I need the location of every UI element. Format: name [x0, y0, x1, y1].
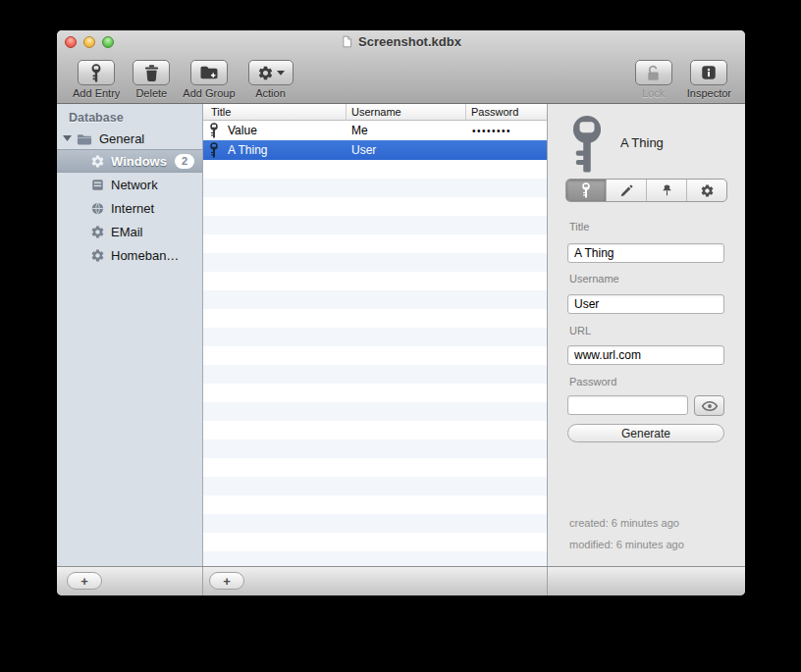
gear-icon	[700, 183, 715, 198]
add-group-button[interactable]: Add Group	[183, 60, 235, 99]
titlebar: Screenshot.kdbx	[57, 30, 745, 53]
action-button[interactable]: Action	[248, 60, 294, 99]
open-lock-icon	[644, 64, 663, 82]
title-field-label: Title	[569, 221, 589, 233]
add-entry-label: Add Entry	[73, 87, 120, 99]
content-area: Database General Windows 2 Network Inter…	[57, 104, 745, 566]
sidebar-section-header: Database	[69, 111, 202, 125]
created-timestamp: created: 6 minutes ago	[569, 517, 679, 529]
entry-title-text: Value	[228, 124, 257, 137]
document-icon	[341, 34, 353, 49]
inspector-button[interactable]: Inspector	[687, 60, 731, 99]
delete-label: Delete	[135, 87, 167, 99]
bottom-bar-divider	[547, 567, 548, 595]
add-entry-button[interactable]: Add Entry	[73, 60, 120, 99]
pin-icon	[660, 183, 674, 198]
empty-rows-area	[203, 160, 547, 566]
password-field-label: Password	[569, 376, 616, 388]
sidebar: Database General Windows 2 Network Inter…	[57, 104, 203, 566]
column-header-username[interactable]: Username	[347, 104, 466, 120]
sidebar-item-label: Network	[111, 178, 158, 192]
toolbar-right-group: Lock Inspector	[635, 60, 731, 99]
table-row-selected[interactable]: A Thing User	[203, 140, 547, 160]
column-header-title[interactable]: Title	[203, 104, 347, 120]
title-field[interactable]	[567, 243, 724, 263]
generate-password-button[interactable]: Generate	[567, 424, 724, 442]
folder-plus-icon	[199, 63, 219, 82]
tab-notes[interactable]	[607, 180, 647, 201]
trash-icon	[142, 64, 161, 82]
sidebar-item-label: Windows	[111, 154, 167, 169]
server-icon	[90, 178, 105, 192]
folder-icon	[76, 131, 93, 146]
gear-icon	[90, 248, 105, 263]
gear-icon	[90, 225, 105, 239]
tab-general[interactable]	[566, 180, 607, 201]
title-cell: Value	[203, 121, 347, 140]
sidebar-item-label: EMail	[111, 225, 143, 239]
sidebar-item-label: Internet	[111, 201, 154, 216]
eye-icon	[701, 397, 719, 415]
key-icon	[209, 123, 219, 138]
chevron-down-icon	[277, 71, 285, 76]
toolbar: Add Entry Delete Add Group Action	[57, 53, 745, 103]
gear-icon	[90, 154, 105, 169]
lock-button[interactable]: Lock	[635, 60, 672, 99]
sidebar-item-homebanking[interactable]: Homeban…	[57, 243, 202, 267]
entry-table: Title Username Password Value Me •••••••…	[203, 104, 547, 566]
table-row[interactable]: Value Me ••••••••	[203, 121, 547, 140]
username-field[interactable]	[567, 294, 724, 314]
entry-title-text: A Thing	[228, 143, 267, 157]
password-cell: ••••••••	[466, 121, 547, 140]
sidebar-item-internet[interactable]: Internet	[57, 196, 202, 220]
inspector-panel: A Thing Title Username URL	[547, 104, 745, 566]
tab-attachments[interactable]	[647, 180, 687, 201]
title-cell: A Thing	[203, 140, 347, 160]
password-field[interactable]	[567, 395, 688, 415]
column-header-password[interactable]: Password	[466, 104, 547, 120]
inspector-entry-title: A Thing	[620, 135, 664, 150]
sidebar-item-label: Homeban…	[111, 248, 179, 263]
pencil-icon	[619, 183, 634, 198]
inspector-label: Inspector	[687, 87, 731, 99]
sidebar-item-general[interactable]: General	[57, 128, 202, 149]
add-entry-plus-button[interactable]: +	[209, 572, 244, 590]
tab-settings[interactable]	[687, 180, 726, 201]
window-chrome: Screenshot.kdbx Add Entry Delete Add Gro…	[57, 30, 745, 104]
modified-timestamp: modified: 6 minutes ago	[569, 539, 684, 550]
key-icon	[209, 142, 219, 158]
add-group-plus-button[interactable]: +	[67, 572, 102, 590]
action-label: Action	[255, 87, 286, 99]
sidebar-item-windows[interactable]: Windows 2	[57, 149, 202, 173]
window-title-text: Screenshot.kdbx	[358, 34, 461, 49]
entry-count-badge: 2	[175, 154, 194, 169]
toolbar-left-group: Add Entry Delete Add Group Action	[73, 60, 294, 99]
add-group-label: Add Group	[183, 87, 235, 99]
window-title: Screenshot.kdbx	[57, 34, 745, 49]
bottom-bar: + +	[57, 566, 745, 595]
username-cell: Me	[347, 121, 466, 140]
disclosure-triangle-icon[interactable]	[63, 135, 72, 141]
password-cell	[466, 140, 547, 160]
key-icon	[90, 64, 102, 82]
show-password-button[interactable]	[694, 395, 724, 416]
sidebar-item-network[interactable]: Network	[57, 173, 202, 196]
globe-icon	[90, 201, 105, 216]
username-field-label: Username	[569, 273, 619, 284]
inspector-tab-bar	[565, 179, 727, 202]
app-window: Screenshot.kdbx Add Entry Delete Add Gro…	[57, 30, 745, 595]
url-field[interactable]	[567, 345, 724, 365]
sidebar-item-email[interactable]: EMail	[57, 220, 202, 243]
lock-label: Lock	[642, 87, 665, 99]
key-icon	[581, 182, 591, 198]
table-header: Title Username Password	[203, 104, 547, 121]
info-icon	[700, 64, 718, 81]
url-field-label: URL	[569, 325, 591, 336]
bottom-bar-divider	[202, 567, 203, 595]
key-icon	[568, 115, 606, 174]
delete-button[interactable]: Delete	[133, 60, 170, 99]
sidebar-item-label: General	[99, 131, 144, 146]
gear-icon	[257, 65, 274, 81]
username-cell: User	[347, 140, 466, 160]
